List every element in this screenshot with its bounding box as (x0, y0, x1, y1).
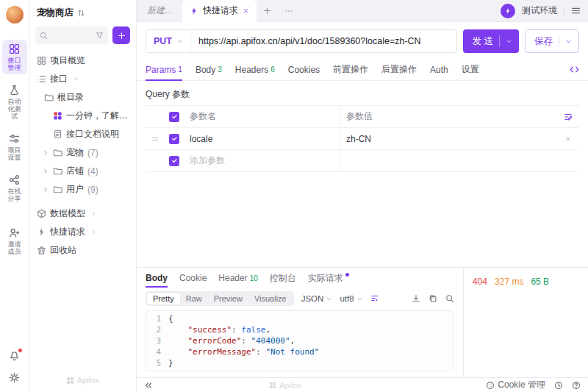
remove-param-icon[interactable] (564, 135, 572, 143)
user-avatar[interactable] (6, 6, 24, 24)
drag-handle-icon[interactable] (151, 135, 159, 143)
environment-select[interactable]: 测试环境 (522, 4, 557, 17)
view-mode-raw[interactable]: Raw (180, 293, 208, 304)
copy-icon[interactable] (429, 294, 437, 303)
rail-bottom (9, 350, 20, 383)
watermark-label: Apifox (77, 376, 100, 385)
sidebar-item-doc-readme[interactable]: 接口文档说明 (29, 125, 136, 143)
request-tab-3[interactable]: Cookies (288, 59, 320, 80)
download-icon[interactable] (412, 294, 420, 303)
response-tab-3[interactable]: 控制台 (270, 268, 296, 288)
cookie-manager-button[interactable]: Cookie 管理 (486, 379, 545, 391)
hamburger-menu-icon[interactable] (571, 6, 581, 15)
filter-icon[interactable] (96, 32, 104, 40)
generate-code-icon[interactable] (570, 65, 579, 74)
sidebar-item-doc-intro[interactable]: 一分钟，了解 Apifox! (29, 107, 136, 125)
format-select[interactable]: JSON (301, 294, 333, 303)
sidebar-item-folder-user[interactable]: 用户(9) (29, 180, 136, 199)
response-tab-0[interactable]: Body (146, 268, 168, 288)
sidebar-item-api-section[interactable]: 接口 (29, 70, 136, 88)
expand-icon[interactable] (42, 186, 49, 193)
sidebar-item-folder-store[interactable]: 店铺(4) (29, 162, 136, 180)
save-button[interactable]: 保存 (525, 29, 579, 53)
search-input[interactable] (35, 26, 108, 44)
sidebar-tree: 项目概览接口根目录一分钟，了解 Apifox!接口文档说明宠物(7)店铺(4)用… (29, 50, 136, 370)
param-value[interactable]: zh-CN (340, 128, 557, 149)
rail-item-auto-test[interactable]: 自动化测试 (2, 81, 27, 123)
help-icon[interactable] (572, 381, 581, 390)
sidebar-item-recycle-bin[interactable]: 回收站 (29, 241, 136, 260)
param-name[interactable]: locale (184, 128, 340, 149)
search-response-icon[interactable] (445, 294, 454, 303)
collapse-sidebar-icon[interactable] (144, 381, 153, 390)
settings-gear-icon[interactable] (9, 372, 20, 383)
add-row-checkbox[interactable] (169, 156, 179, 166)
sidebar-item-quick-request[interactable]: 快捷请求 (29, 223, 136, 241)
param-rows: localezh-CN (146, 128, 579, 150)
expand-icon[interactable] (42, 168, 49, 175)
env-lightning-icon (504, 7, 512, 15)
chevron-right-icon (90, 210, 97, 217)
request-tab-4[interactable]: 前置操作 (333, 59, 368, 80)
send-button[interactable]: 发 送 (463, 29, 519, 53)
tab-close-icon[interactable] (243, 7, 249, 14)
add-param-input[interactable]: 添加参数 (184, 150, 340, 171)
environment-icon[interactable] (501, 4, 515, 18)
view-mode-visualize[interactable]: Visualize (248, 293, 293, 304)
tab-quick-request[interactable]: 快捷请求 (182, 0, 257, 21)
method-select[interactable]: PUT (146, 30, 191, 52)
plus-icon (263, 7, 271, 15)
select-all-checkbox[interactable] (169, 112, 179, 122)
view-mode-pretty[interactable]: Pretty (147, 293, 180, 304)
request-tab-2[interactable]: Headers6 (235, 59, 275, 80)
request-tab-6[interactable]: Auth (430, 59, 448, 80)
rail-item-label: 邀请成员 (7, 240, 22, 255)
add-button[interactable] (112, 26, 130, 44)
method-label: PUT (154, 36, 172, 46)
project-name[interactable]: 宠物商店 (37, 7, 74, 19)
add-param-value-input[interactable] (340, 150, 557, 171)
encoding-select[interactable]: utf8 (340, 294, 362, 303)
sidebar-item-project-overview[interactable]: 项目概览 (29, 51, 136, 70)
view-mode-preview[interactable]: Preview (208, 293, 248, 304)
sidebar-item-root-folder[interactable]: 根目录 (29, 88, 136, 107)
lightning-icon (37, 227, 46, 237)
beautify-icon[interactable] (370, 294, 379, 303)
rail-item-online-share[interactable]: 在线分享 (2, 171, 27, 205)
response-tab-2[interactable]: Header10 (218, 268, 257, 288)
left-rail: 接口管理自动化测试项目设置在线分享邀请成员 (0, 0, 29, 392)
code-text: "errorMessage": "Not found" (168, 346, 319, 357)
response-tab-1[interactable]: Cookie (179, 268, 207, 288)
chevron-right-icon (90, 229, 97, 235)
notifications-button[interactable] (9, 350, 20, 361)
response-body-editor[interactable]: 1{2 "success": false,3 "errorCode": "404… (146, 310, 454, 371)
folder-icon (53, 185, 62, 194)
request-tab-1[interactable]: Body3 (196, 59, 222, 80)
share-icon (9, 174, 20, 185)
request-tab-0[interactable]: Params1 (146, 59, 182, 80)
param-checkbox[interactable] (169, 134, 179, 144)
new-tab-button[interactable]: 新建... (137, 0, 182, 21)
sidebar-item-folder-pet[interactable]: 宠物(7) (29, 143, 136, 162)
expand-icon[interactable] (42, 149, 49, 157)
tab-badge: 10 (250, 274, 258, 282)
rail-item-api-management[interactable]: 接口管理 (2, 40, 27, 74)
check-icon (171, 157, 178, 164)
apifox-icon (53, 111, 62, 121)
rail-item-project-settings[interactable]: 项目设置 (2, 129, 27, 164)
sidebar-item-data-models[interactable]: 数据模型 (29, 204, 136, 223)
rail-item-invite-members[interactable]: 邀请成员 (2, 224, 27, 258)
folder-icon (53, 148, 62, 157)
code-line: 5} (146, 357, 453, 368)
request-tab-5[interactable]: 后置操作 (381, 59, 417, 80)
rail-nav: 接口管理自动化测试项目设置在线分享邀请成员 (2, 40, 27, 258)
tab-more-button[interactable] (278, 0, 300, 21)
url-input[interactable] (191, 36, 456, 46)
add-tab-button[interactable] (257, 0, 278, 21)
request-tab-7[interactable]: 设置 (462, 59, 479, 80)
bulk-edit-icon[interactable] (564, 113, 573, 121)
project-switcher-icon[interactable] (77, 9, 85, 17)
response-tab-4[interactable]: 实际请求 (308, 268, 349, 288)
history-icon[interactable] (554, 381, 563, 390)
rail-item-label: 项目设置 (7, 146, 22, 161)
